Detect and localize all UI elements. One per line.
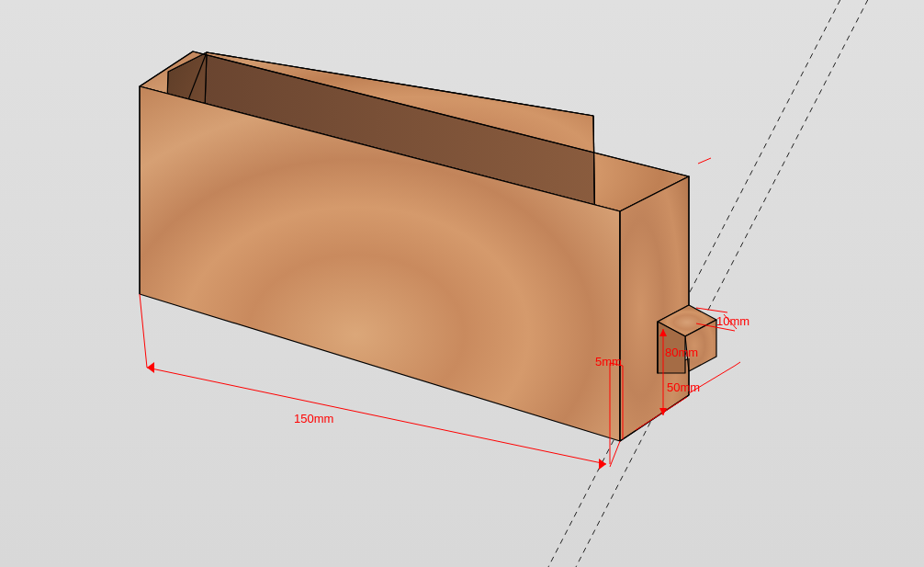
- dimension-side-notch: 50mm: [667, 380, 700, 394]
- svg-line-25: [735, 362, 740, 366]
- scene-svg: [0, 0, 924, 567]
- dimension-length: 150mm: [294, 412, 333, 425]
- model-viewport[interactable]: 150mm 5mm 80mm 10mm 50mm: [0, 0, 924, 567]
- dimension-lip: 10mm: [716, 314, 749, 328]
- svg-line-14: [140, 294, 147, 368]
- wooden-box[interactable]: [140, 51, 716, 441]
- dimension-notch-height: 80mm: [665, 346, 698, 359]
- dimension-front-small: 5mm: [595, 355, 622, 369]
- svg-line-26: [698, 158, 711, 164]
